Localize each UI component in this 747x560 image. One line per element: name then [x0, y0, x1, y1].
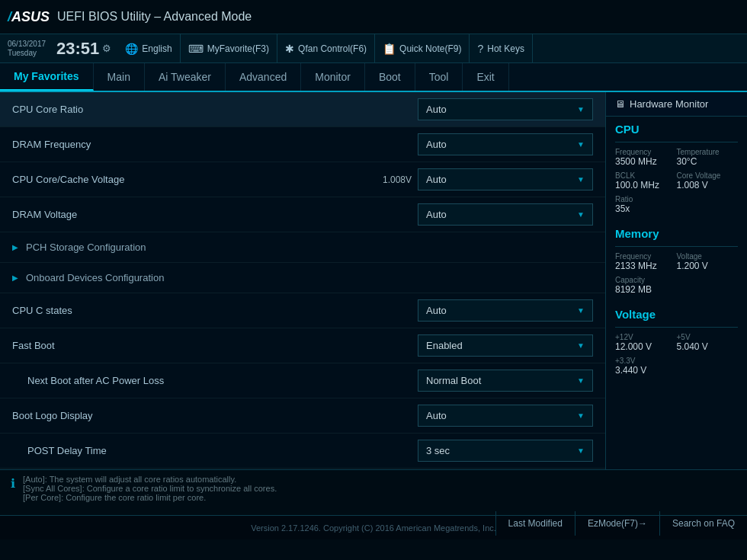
hw-mem-freq-row: Frequency 2133 MHz Voltage 1.200 V [606, 250, 747, 274]
last-modified-button[interactable]: Last Modified [495, 511, 575, 536]
next-boot-ac-select[interactable]: Normal Boot ▼ [418, 370, 593, 392]
topbar: 06/13/2017 Tuesday 23:51 ⚙ 🌐 English ⌨ M… [0, 34, 747, 63]
hw-mem-cap-col: Capacity 8192 MB [615, 276, 738, 295]
hw-cpu-bclk-row: BCLK 100.0 MHz Core Voltage 1.008 V [606, 169, 747, 193]
boot-logo-label: Boot Logo Display [12, 410, 418, 421]
hw-divider [615, 246, 738, 247]
post-delay-row[interactable]: POST Delay Time 3 sec ▼ [0, 434, 605, 469]
dropdown-arrow: ▼ [577, 411, 585, 420]
fast-boot-row[interactable]: Fast Boot Enabled ▼ [0, 328, 605, 363]
hw-v12-row: +12V 12.000 V +5V 5.040 V [606, 331, 747, 354]
search-faq-button[interactable]: Search on FAQ [659, 511, 747, 536]
hw-cpu-freq-col: Frequency 3500 MHz [615, 148, 677, 167]
qfan-button[interactable]: ✱ Qfan Control(F6) [277, 34, 375, 62]
cpu-cstates-label: CPU C states [12, 305, 418, 316]
hw-divider [615, 142, 738, 142]
next-boot-ac-label: Next Boot after AC Power Loss [12, 375, 418, 386]
hw-cpu-corev-col: Core Voltage 1.008 V [677, 171, 739, 190]
post-delay-select[interactable]: 3 sec ▼ [418, 440, 593, 462]
asus-logo: /ASUS [8, 9, 50, 25]
hw-memory-title: Memory [606, 221, 747, 243]
hw-cpu-temp-col: Temperature 30°C [677, 148, 739, 167]
dropdown-arrow: ▼ [577, 446, 585, 455]
fast-boot-select[interactable]: Enabled ▼ [418, 334, 593, 357]
cpu-cstates-select[interactable]: Auto ▼ [418, 299, 593, 322]
globe-icon: 🌐 [125, 43, 138, 55]
dropdown-arrow: ▼ [577, 105, 585, 114]
boot-logo-select[interactable]: Auto ▼ [418, 405, 593, 427]
nav-item-tool[interactable]: Tool [415, 63, 463, 91]
ezmode-button[interactable]: EzMode(F7)→ [575, 511, 659, 536]
boot-logo-row[interactable]: Boot Logo Display Auto ▼ [0, 398, 605, 434]
header: /ASUS UEFI BIOS Utility – Advanced Mode [0, 0, 747, 34]
date: 06/13/2017 [8, 40, 46, 49]
nav-item-myfavorites[interactable]: My Favorites [0, 63, 94, 91]
cpu-cache-voltage-select[interactable]: Auto ▼ [418, 168, 593, 190]
cpu-core-ratio-select[interactable]: Auto ▼ [418, 98, 593, 120]
nav-item-advanced[interactable]: Advanced [226, 63, 301, 91]
clock: 23:51 [56, 39, 99, 59]
hw-mem-freq-col: Frequency 2133 MHz [615, 252, 677, 271]
pch-storage-label: PCH Storage Configuration [26, 242, 146, 253]
hw-v5-col: +5V 5.040 V [677, 333, 739, 352]
header-title: UEFI BIOS Utility – Advanced Mode [57, 10, 252, 24]
hw-mem-volt-col: Voltage 1.200 V [677, 252, 739, 271]
fast-boot-label: Fast Boot [12, 340, 418, 351]
nav-item-boot[interactable]: Boot [365, 63, 415, 91]
datetime: 06/13/2017 Tuesday [8, 40, 46, 58]
dropdown-arrow: ▼ [577, 376, 585, 385]
cpu-cstates-row[interactable]: CPU C states Auto ▼ [0, 293, 605, 328]
dram-voltage-row[interactable]: DRAM Voltage Auto ▼ [0, 197, 605, 232]
hardware-monitor-panel: 🖥 Hardware Monitor CPU Frequency 3500 MH… [606, 92, 747, 469]
myfavorite-button[interactable]: ⌨ MyFavorite(F3) [181, 34, 277, 62]
cpu-cache-voltage-display: 1.008V [383, 174, 412, 185]
next-boot-ac-value: Normal Boot [426, 375, 481, 386]
nav-item-aitweaker[interactable]: Ai Tweaker [145, 63, 226, 91]
dropdown-arrow: ▼ [577, 175, 585, 184]
note-icon: 📋 [383, 43, 396, 55]
settings-icon[interactable]: ⚙ [102, 43, 111, 54]
post-delay-label: POST Delay Time [12, 445, 418, 456]
dram-voltage-value: Auto [426, 209, 447, 220]
cpu-core-ratio-label: CPU Core Ratio [12, 104, 418, 115]
cpu-cache-voltage-row[interactable]: CPU Core/Cache Voltage 1.008V Auto ▼ [0, 162, 605, 197]
onboard-devices-label: Onboard Devices Configuration [26, 272, 164, 283]
hw-v33-row: +3.3V 3.440 V [606, 354, 747, 378]
nav-item-monitor[interactable]: Monitor [301, 63, 365, 91]
hw-cpu-title: CPU [606, 117, 747, 139]
next-boot-ac-row[interactable]: Next Boot after AC Power Loss Normal Boo… [0, 363, 605, 398]
cpu-core-ratio-value: Auto [426, 104, 447, 115]
chevron-right-icon: ▶ [12, 243, 18, 251]
dropdown-arrow: ▼ [577, 140, 585, 149]
nav-item-exit[interactable]: Exit [463, 63, 508, 91]
keyboard-icon: ⌨ [188, 43, 204, 55]
dram-voltage-select[interactable]: Auto ▼ [418, 203, 593, 226]
hw-panel-title: 🖥 Hardware Monitor [606, 92, 747, 117]
onboard-devices-section[interactable]: ▶ Onboard Devices Configuration [0, 263, 605, 293]
dropdown-arrow: ▼ [577, 341, 585, 350]
cpu-cache-voltage-label: CPU Core/Cache Voltage [12, 174, 383, 185]
cpu-core-ratio-row[interactable]: CPU Core Ratio Auto ▼ [0, 92, 605, 127]
post-delay-value: 3 sec [426, 445, 450, 456]
pch-storage-section[interactable]: ▶ PCH Storage Configuration [0, 232, 605, 263]
info-text: [Auto]: The system will adjust all core … [23, 475, 277, 502]
dram-frequency-select[interactable]: Auto ▼ [418, 133, 593, 155]
csm-section[interactable]: ▶ CSM (Compatibility Support Module) [0, 469, 605, 469]
hw-cpu-ratio-col: Ratio 35x [615, 195, 738, 214]
cpu-cstates-value: Auto [426, 305, 447, 316]
boot-logo-value: Auto [426, 410, 447, 421]
hw-divider [615, 327, 738, 328]
day: Tuesday [8, 49, 46, 58]
hotkeys-button[interactable]: ? Hot Keys [470, 34, 532, 62]
monitor-icon: 🖥 [615, 98, 625, 110]
dram-frequency-label: DRAM Frequency [12, 139, 418, 150]
chevron-right-icon: ▶ [12, 274, 18, 282]
fan-icon: ✱ [285, 43, 294, 55]
dram-voltage-label: DRAM Voltage [12, 209, 418, 220]
nav-item-main[interactable]: Main [94, 63, 145, 91]
dram-frequency-row[interactable]: DRAM Frequency Auto ▼ [0, 127, 605, 162]
quicknote-button[interactable]: 📋 Quick Note(F9) [375, 34, 470, 62]
nav-bar: My Favorites Main Ai Tweaker Advanced Mo… [0, 63, 747, 92]
dram-frequency-value: Auto [426, 139, 447, 150]
language-button[interactable]: 🌐 English [117, 34, 180, 62]
